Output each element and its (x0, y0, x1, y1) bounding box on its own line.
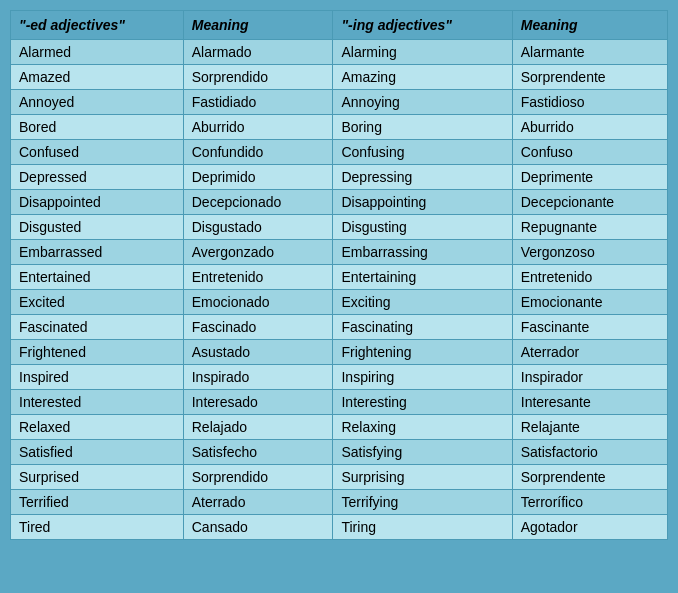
table-cell: Amazed (11, 65, 184, 90)
table-row: InterestedInteresadoInterestingInteresan… (11, 390, 668, 415)
table-row: TerrifiedAterradoTerrifyingTerrorífico (11, 490, 668, 515)
table-cell: Inspiring (333, 365, 512, 390)
table-row: EntertainedEntretenidoEntertainingEntret… (11, 265, 668, 290)
table-cell: Disappointing (333, 190, 512, 215)
table-cell: Relajado (183, 415, 333, 440)
table-cell: Aburrido (512, 115, 667, 140)
table-cell: Alarming (333, 40, 512, 65)
table-cell: Alarmado (183, 40, 333, 65)
table-cell: Fascinado (183, 315, 333, 340)
table-cell: Satisfecho (183, 440, 333, 465)
table-cell: Satisfactorio (512, 440, 667, 465)
table-cell: Inspirador (512, 365, 667, 390)
table-cell: Confusing (333, 140, 512, 165)
table-cell: Confundido (183, 140, 333, 165)
table-cell: Alarmed (11, 40, 184, 65)
table-cell: Depressed (11, 165, 184, 190)
table-cell: Cansado (183, 515, 333, 540)
table-cell: Exciting (333, 290, 512, 315)
table-cell: Aterrado (183, 490, 333, 515)
table-row: EmbarrassedAvergonzadoEmbarrassingVergon… (11, 240, 668, 265)
table-cell: Sorprendente (512, 65, 667, 90)
table-cell: Surprising (333, 465, 512, 490)
table-row: RelaxedRelajadoRelaxingRelajante (11, 415, 668, 440)
table-cell: Interesting (333, 390, 512, 415)
header-ed-meaning: Meaning (183, 11, 333, 40)
table-cell: Repugnante (512, 215, 667, 240)
table-cell: Terrifying (333, 490, 512, 515)
table-cell: Amazing (333, 65, 512, 90)
table-cell: Decepcionante (512, 190, 667, 215)
table-cell: Disgustado (183, 215, 333, 240)
table-cell: Sorprendido (183, 65, 333, 90)
table-cell: Relaxing (333, 415, 512, 440)
table-cell: Frightening (333, 340, 512, 365)
table-cell: Inspirado (183, 365, 333, 390)
table-cell: Entretenido (512, 265, 667, 290)
table-cell: Deprimido (183, 165, 333, 190)
table-cell: Satisfying (333, 440, 512, 465)
table-row: DisgustedDisgustadoDisgustingRepugnante (11, 215, 668, 240)
table-cell: Interesante (512, 390, 667, 415)
header-ing-adjectives: "-ing adjectives" (333, 11, 512, 40)
table-cell: Agotador (512, 515, 667, 540)
table-header-row: "-ed adjectives" Meaning "-ing adjective… (11, 11, 668, 40)
table-row: ExcitedEmocionadoExcitingEmocionante (11, 290, 668, 315)
table-cell: Relajante (512, 415, 667, 440)
table-cell: Tired (11, 515, 184, 540)
table-cell: Surprised (11, 465, 184, 490)
table-cell: Fascinante (512, 315, 667, 340)
table-cell: Inspired (11, 365, 184, 390)
table-row: DepressedDeprimidoDepressingDeprimente (11, 165, 668, 190)
table-cell: Fascinating (333, 315, 512, 340)
table-cell: Entertained (11, 265, 184, 290)
table-cell: Sorprendente (512, 465, 667, 490)
table-cell: Interesado (183, 390, 333, 415)
table-cell: Annoyed (11, 90, 184, 115)
table-cell: Decepcionado (183, 190, 333, 215)
table-row: AnnoyedFastidiadoAnnoyingFastidioso (11, 90, 668, 115)
table-row: DisappointedDecepcionadoDisappointingDec… (11, 190, 668, 215)
table-cell: Terrified (11, 490, 184, 515)
table-cell: Bored (11, 115, 184, 140)
table-cell: Disgusted (11, 215, 184, 240)
table-cell: Interested (11, 390, 184, 415)
table-cell: Emocionante (512, 290, 667, 315)
header-ing-meaning: Meaning (512, 11, 667, 40)
adjectives-table: "-ed adjectives" Meaning "-ing adjective… (10, 10, 668, 540)
table-cell: Depressing (333, 165, 512, 190)
table-cell: Fastidioso (512, 90, 667, 115)
table-cell: Satisfied (11, 440, 184, 465)
table-row: SurprisedSorprendidoSurprisingSorprenden… (11, 465, 668, 490)
table-row: FascinatedFascinadoFascinatingFascinante (11, 315, 668, 340)
table-row: FrightenedAsustadoFrighteningAterrador (11, 340, 668, 365)
table-row: SatisfiedSatisfechoSatisfyingSatisfactor… (11, 440, 668, 465)
header-ed-adjectives: "-ed adjectives" (11, 11, 184, 40)
table-row: AmazedSorprendidoAmazingSorprendente (11, 65, 668, 90)
table-cell: Confuso (512, 140, 667, 165)
table-cell: Annoying (333, 90, 512, 115)
table-cell: Relaxed (11, 415, 184, 440)
table-cell: Embarrassing (333, 240, 512, 265)
table-cell: Excited (11, 290, 184, 315)
table-cell: Fascinated (11, 315, 184, 340)
table-cell: Entertaining (333, 265, 512, 290)
table-row: AlarmedAlarmadoAlarmingAlarmante (11, 40, 668, 65)
table-cell: Emocionado (183, 290, 333, 315)
table-cell: Avergonzado (183, 240, 333, 265)
table-row: BoredAburridoBoringAburrido (11, 115, 668, 140)
table-cell: Asustado (183, 340, 333, 365)
table-cell: Entretenido (183, 265, 333, 290)
table-cell: Disappointed (11, 190, 184, 215)
table-cell: Tiring (333, 515, 512, 540)
table-cell: Confused (11, 140, 184, 165)
table-cell: Aterrador (512, 340, 667, 365)
table-cell: Disgusting (333, 215, 512, 240)
table-row: ConfusedConfundidoConfusingConfuso (11, 140, 668, 165)
table-cell: Embarrassed (11, 240, 184, 265)
table-cell: Sorprendido (183, 465, 333, 490)
table-cell: Aburrido (183, 115, 333, 140)
table-cell: Alarmante (512, 40, 667, 65)
table-cell: Deprimente (512, 165, 667, 190)
table-row: InspiredInspiradoInspiringInspirador (11, 365, 668, 390)
